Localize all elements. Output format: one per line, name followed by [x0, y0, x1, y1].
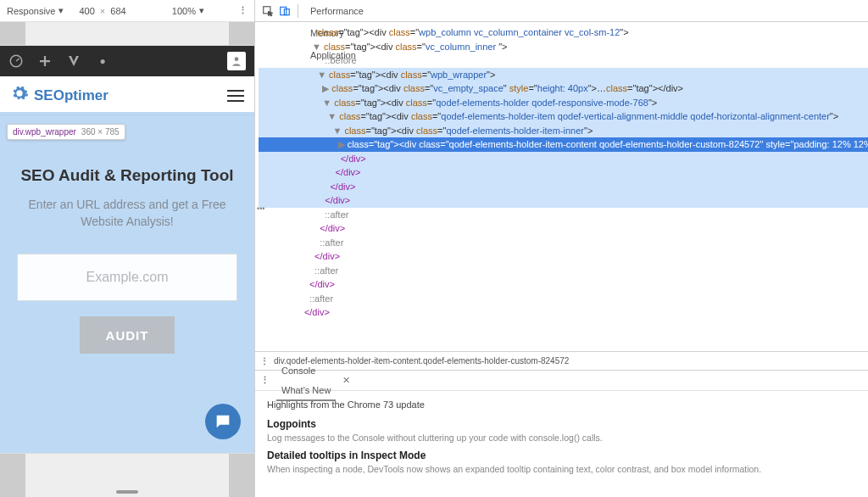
- rendered-page: ● SEOptimer div.wpb_wrapper 360 × 785: [0, 46, 254, 453]
- gear-icon: [10, 84, 29, 107]
- toggle-device-icon[interactable]: [277, 3, 292, 19]
- dom-tree[interactable]: ••• class="tag"><div class="wpb_column v…: [255, 22, 868, 351]
- device-toolbar-menu-icon[interactable]: ⋮: [238, 5, 248, 16]
- divider: [298, 4, 298, 18]
- chat-widget[interactable]: [205, 404, 241, 439]
- elements-panel: ••• class="tag"><div class="wpb_column v…: [255, 22, 868, 370]
- responsive-mode-dropdown[interactable]: Responsive ▾: [7, 5, 64, 16]
- whatsnew-item-title: Logpoints: [267, 418, 868, 430]
- logo-text: SEOptimer: [34, 87, 108, 104]
- breadcrumb-trail[interactable]: ⋮ div.qodef-elements-holder-item-content…: [255, 351, 868, 370]
- dom-node[interactable]: ::after: [259, 264, 868, 278]
- resize-handle-bottom[interactable]: [116, 490, 138, 494]
- dom-node[interactable]: ::after: [259, 236, 868, 250]
- dom-node[interactable]: ::before: [259, 53, 868, 68]
- drawer-tab-console[interactable]: Console: [276, 360, 336, 381]
- device-width-input[interactable]: 400: [79, 6, 94, 16]
- hamburger-menu-icon[interactable]: [227, 90, 244, 102]
- devtools-main-tabs: ElementsConsoleSourcesNetworkPerformance…: [255, 0, 868, 22]
- device-preview-pane: Responsive ▾ 400 × 684 100% ▾ ⋮ ●: [0, 0, 255, 497]
- hero-section: SEO Audit & Reporting Tool Enter an URL …: [0, 115, 254, 354]
- dom-node[interactable]: ▶ class="tag"><div class="vc_empty_space…: [259, 81, 868, 96]
- device-canvas: ● SEOptimer div.wpb_wrapper 360 × 785: [0, 22, 254, 497]
- zoom-dropdown[interactable]: 100% ▾: [172, 5, 204, 16]
- tab-performance[interactable]: Performance: [303, 0, 370, 22]
- whatsnew-headline: Highlights from the Chrome 73 update: [267, 399, 868, 410]
- dom-node[interactable]: ▼ class="tag"><div class="vc_column_inne…: [259, 40, 868, 54]
- dom-node[interactable]: ::after: [259, 292, 868, 306]
- dom-node[interactable]: </div>: [259, 305, 868, 320]
- dom-node[interactable]: </div>: [259, 165, 868, 180]
- inspect-element-icon[interactable]: [260, 3, 275, 19]
- dom-node[interactable]: ▼ class="tag"><div class="qodef-elements…: [259, 96, 868, 110]
- close-tab-icon[interactable]: ✕: [342, 375, 350, 386]
- dom-node[interactable]: </div>: [259, 277, 868, 292]
- inspect-tooltip: div.wpb_wrapper 360 × 785: [7, 124, 125, 140]
- dimension-separator: ×: [100, 6, 105, 16]
- page-admin-toolbar: ●: [0, 46, 254, 76]
- tooltip-selector: div.wpb_wrapper: [13, 127, 76, 137]
- url-input[interactable]: Example.com: [17, 254, 237, 301]
- dom-node[interactable]: ▼ class="tag"><div class="qodef-elements…: [259, 124, 868, 138]
- site-logo[interactable]: SEOptimer: [10, 84, 108, 107]
- user-avatar[interactable]: [227, 52, 246, 70]
- hero-title: SEO Audit & Reporting Tool: [12, 166, 242, 185]
- dom-node[interactable]: class="tag"><div class="wpb_column vc_co…: [259, 25, 868, 40]
- dashboard-icon[interactable]: [8, 53, 24, 69]
- svg-rect-3: [281, 7, 287, 14]
- gutter-ellipsis: •••: [255, 204, 264, 215]
- whatsnew-item-title: Detailed tooltips in Inspect Mode: [267, 450, 868, 461]
- dom-node[interactable]: ::after: [259, 208, 868, 222]
- plus-icon[interactable]: [37, 53, 53, 69]
- drawer-panel: ⋮ ConsoleWhat's New ✕ ✕ Highlights from …: [255, 370, 868, 497]
- dom-node[interactable]: </div>: [259, 180, 868, 194]
- dom-node[interactable]: ▼ class="tag"><div class="qodef-elements…: [259, 109, 868, 124]
- hero-subtitle: Enter an URL address and get a Free Webs…: [12, 197, 242, 230]
- tooltip-size: 360 × 785: [81, 127, 120, 137]
- device-toolbar: Responsive ▾ 400 × 684 100% ▾ ⋮: [0, 0, 254, 22]
- whats-new-content: Highlights from the Chrome 73 update Log…: [255, 391, 868, 497]
- chevron-down-icon: ▾: [58, 5, 64, 16]
- dom-node[interactable]: </div>: [259, 249, 868, 264]
- edit-vc-icon[interactable]: [66, 53, 81, 69]
- whatsnew-item-desc: When inspecting a node, DevTools now sho…: [267, 463, 868, 476]
- whatsnew-item-desc: Log messages to the Console without clut…: [267, 432, 868, 444]
- chevron-down-icon: ▾: [199, 5, 204, 16]
- dom-node[interactable]: ▶ class="tag"><div class="qodef-elements…: [259, 137, 868, 152]
- devtools-pane: ElementsConsoleSourcesNetworkPerformance…: [255, 0, 868, 497]
- comment-icon[interactable]: ●: [95, 53, 110, 69]
- dom-node[interactable]: </div>: [259, 221, 868, 236]
- drawer-menu-icon[interactable]: ⋮: [260, 375, 270, 386]
- svg-point-1: [235, 57, 239, 61]
- audit-button[interactable]: AUDIT: [80, 316, 175, 354]
- dom-node[interactable]: </div>: [259, 152, 868, 166]
- device-height-input[interactable]: 684: [110, 6, 125, 16]
- dom-node[interactable]: </div>: [259, 193, 868, 208]
- dom-node[interactable]: ▼ class="tag"><div class="wpb_wrapper">: [259, 68, 868, 82]
- site-header: SEOptimer: [0, 76, 254, 115]
